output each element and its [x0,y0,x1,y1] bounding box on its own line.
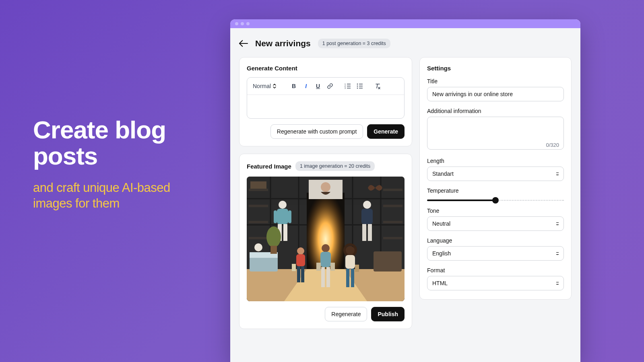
paragraph-style-select[interactable]: Normal [251,82,278,90]
svg-point-40 [254,243,262,251]
svg-point-18 [321,182,330,192]
svg-rect-50 [326,267,330,287]
svg-rect-19 [249,189,268,191]
additional-info-textarea[interactable] [427,117,564,150]
length-select[interactable]: Standart [427,167,564,181]
svg-rect-32 [274,210,277,223]
format-select[interactable]: HTML [427,276,564,290]
generate-content-card: Generate Content Normal B I U [239,57,412,146]
traffic-light-dot [235,22,238,25]
marketing-hero: Create blog posts and craft unique AI-ba… [33,117,210,212]
rich-text-editor: Normal B I U 123 [247,77,405,119]
page-title: New arrivings [255,39,311,48]
svg-rect-22 [249,237,268,239]
svg-rect-52 [316,263,321,271]
tone-select[interactable]: Neutral [427,216,564,231]
regenerate-prompt-button[interactable]: Regenerate with custom prompt [270,124,363,139]
svg-rect-36 [362,224,366,241]
svg-rect-23 [250,181,266,189]
page-header: New arrivings 1 post generation = 3 cred… [239,39,572,48]
svg-rect-20 [249,205,268,207]
svg-rect-56 [346,269,349,287]
svg-rect-57 [351,269,354,287]
svg-rect-41 [374,251,402,272]
svg-point-3 [357,84,358,85]
svg-rect-27 [383,237,402,239]
title-label: Title [427,78,564,84]
hero-subtitle: and craft unique AI-based images for the… [33,180,210,212]
svg-rect-31 [283,224,287,241]
editor-toolbar: Normal B I U 123 [247,78,404,95]
language-label: Language [427,237,564,244]
svg-rect-21 [249,221,268,223]
svg-rect-43 [296,254,305,266]
featured-image-card: Featured Image 1 image generation = 20 c… [239,154,412,329]
image-credit-chip: 1 image generation = 20 credits [295,161,375,171]
svg-rect-29 [277,209,288,224]
clear-format-icon[interactable] [372,81,383,91]
svg-rect-33 [288,210,291,223]
svg-rect-58 [355,265,359,272]
svg-rect-35 [361,209,373,224]
length-label: Length [427,158,564,164]
style-label: Normal [253,83,271,89]
card-title: Featured Image [247,163,291,170]
svg-rect-60 [270,246,277,254]
svg-rect-51 [330,263,335,271]
hero-title: Create blog posts [33,117,210,169]
svg-point-4 [357,86,358,87]
italic-icon[interactable]: I [301,81,311,91]
svg-point-42 [297,247,304,255]
temperature-slider[interactable] [427,200,564,201]
generate-button[interactable]: Generate [367,124,405,139]
svg-point-34 [363,201,371,209]
svg-point-59 [266,226,281,247]
underline-icon[interactable]: U [313,81,323,91]
featured-image [247,177,405,301]
settings-title: Settings [427,65,564,72]
link-icon[interactable] [325,81,335,91]
traffic-light-dot [246,22,250,25]
svg-point-47 [322,244,330,252]
svg-rect-46 [292,264,296,271]
svg-point-28 [279,201,287,209]
bold-icon[interactable]: B [289,81,299,91]
temperature-label: Temperature [427,187,564,194]
publish-button[interactable]: Publish [371,307,405,321]
app-window: New arrivings 1 post generation = 3 cred… [230,19,580,362]
additional-info-label: Additional information [427,108,564,114]
svg-rect-45 [301,266,304,282]
svg-point-5 [357,88,358,89]
regenerate-image-button[interactable]: Regenerate [325,307,367,321]
settings-panel: Settings Title Additional information 0/… [419,57,572,300]
svg-rect-24 [383,189,402,191]
svg-rect-37 [368,224,372,241]
ordered-list-icon[interactable]: 123 [343,81,353,91]
card-title: Generate Content [247,65,405,72]
svg-rect-44 [297,266,300,282]
char-counter: 0/320 [546,142,559,148]
language-select[interactable]: English [427,246,564,261]
format-label: Format [427,267,564,274]
svg-text:3: 3 [345,87,346,89]
window-titlebar [230,19,580,28]
svg-rect-25 [383,205,402,207]
svg-rect-55 [345,255,355,269]
svg-rect-48 [320,252,331,267]
svg-rect-49 [321,267,325,287]
bullet-list-icon[interactable] [355,81,365,91]
back-arrow-icon[interactable] [239,40,248,47]
svg-rect-26 [383,221,402,223]
traffic-light-dot [241,22,244,25]
credit-chip: 1 post generation = 3 credits [318,39,390,48]
editor-textarea[interactable] [247,95,404,118]
tone-label: Tone [427,208,564,214]
title-input[interactable] [427,87,564,101]
